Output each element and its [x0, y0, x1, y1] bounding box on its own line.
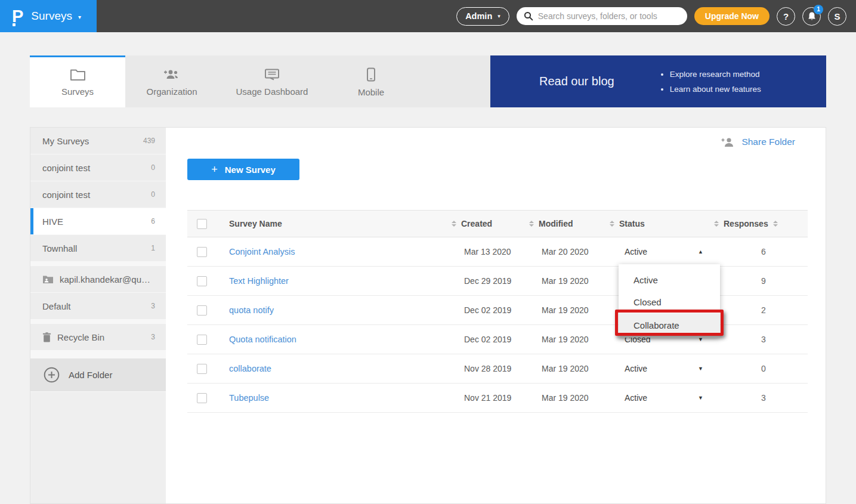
modified-cell: Mar 19 2020 [526, 305, 606, 315]
select-all-checkbox[interactable] [197, 219, 207, 229]
responses-cell: 0 [710, 364, 808, 373]
plus-icon: + [211, 163, 218, 176]
status-dropdown-menu: Active Closed Collaborate [619, 264, 720, 338]
folder-count: 3 [151, 302, 155, 310]
notifications-button[interactable]: 1 [802, 7, 821, 26]
folder-count: 3 [151, 333, 155, 341]
folder-label: Recycle Bin [57, 332, 146, 342]
sidebar-item-conjoint-test-2[interactable]: conjoint test 0 [30, 181, 166, 208]
sort-icon[interactable] [529, 221, 534, 227]
sidebar-filler [30, 392, 166, 503]
tab-label: Organization [146, 86, 197, 97]
new-survey-label: New Survey [225, 165, 276, 175]
row-checkbox[interactable] [197, 276, 207, 286]
column-header-status[interactable]: Status [606, 219, 710, 228]
tab-label: Usage Dashboard [236, 86, 308, 97]
notification-count-badge: 1 [814, 5, 823, 14]
brand-logo-icon: P [12, 8, 23, 25]
table-header-row: Survey Name Created Modified Status Resp… [187, 210, 808, 237]
row-checkbox[interactable] [197, 335, 207, 345]
sort-icon[interactable] [714, 221, 719, 227]
sidebar-item-hive[interactable]: HIVE 6 [30, 208, 166, 234]
modified-cell: Mar 19 2020 [526, 393, 606, 403]
admin-menu-button[interactable]: Admin ▾ [456, 7, 509, 26]
created-cell: Dec 02 2019 [448, 305, 526, 315]
created-cell: Dec 29 2019 [448, 276, 526, 286]
row-checkbox[interactable] [197, 364, 207, 374]
help-button[interactable]: ? [777, 7, 795, 26]
row-checkbox[interactable] [197, 305, 207, 316]
modified-cell: Mar 19 2020 [526, 335, 606, 344]
responses-cell: 6 [710, 247, 808, 256]
search-input[interactable] [538, 11, 680, 21]
sidebar-item-conjoint-test-1[interactable]: conjoint test 0 [30, 154, 166, 181]
folders-sidebar: My Surveys 439 conjoint test 0 conjoint … [30, 128, 166, 503]
folder-count: 0 [151, 163, 155, 172]
shared-folder-icon [42, 275, 54, 284]
user-avatar[interactable]: S [828, 7, 846, 26]
survey-name-link[interactable]: quota notify [229, 305, 274, 315]
banner-title[interactable]: Read our blog [539, 75, 614, 88]
banner-bullet[interactable]: Explore research method [670, 67, 761, 82]
column-header-responses[interactable]: Responses [710, 219, 808, 228]
column-header-created[interactable]: Created [448, 219, 526, 228]
tab-organization[interactable]: Organization [125, 55, 218, 107]
sidebar-item-townhall[interactable]: Townhall 1 [30, 235, 166, 261]
responses-cell: 3 [710, 335, 808, 344]
add-folder-button[interactable]: Add Folder [30, 358, 166, 391]
survey-name-link[interactable]: collaborate [229, 364, 271, 373]
survey-name-link[interactable]: Conjoint Analysis [229, 247, 295, 256]
dropdown-option-collaborate[interactable]: Collaborate [619, 313, 720, 338]
survey-name-link[interactable]: Quota notification [229, 335, 296, 344]
column-header-modified[interactable]: Modified [526, 219, 606, 228]
status-dropdown-toggle[interactable]: Active ▲ [606, 247, 710, 256]
tab-label: Surveys [61, 86, 94, 97]
new-survey-button[interactable]: + New Survey [187, 159, 299, 180]
tab-surveys[interactable]: Surveys [30, 55, 125, 107]
sidebar-item-recycle-bin[interactable]: Recycle Bin 3 [30, 324, 166, 350]
status-dropdown-toggle[interactable]: Active ▼ [606, 364, 710, 373]
tab-strip-filler [416, 55, 490, 107]
sidebar-item-my-surveys[interactable]: My Surveys 439 [30, 128, 166, 154]
sort-icon[interactable] [773, 221, 778, 227]
trash-icon [42, 332, 51, 342]
share-folder-label: Share Folder [741, 137, 795, 147]
global-search[interactable] [517, 7, 687, 25]
search-icon [524, 11, 533, 21]
dropdown-option-closed[interactable]: Closed [619, 291, 720, 313]
chevron-down-icon: ▾ [497, 13, 500, 19]
column-header-survey-name[interactable]: Survey Name [229, 219, 448, 228]
product-switcher[interactable]: P Surveys ▾ [0, 0, 97, 32]
table-row: Tubepulse Nov 21 2019 Mar 19 2020 Active… [187, 384, 808, 413]
table-row: collaborate Nov 28 2019 Mar 19 2020 Acti… [187, 354, 808, 384]
status-dropdown-toggle[interactable]: Active ▼ [606, 393, 710, 403]
banner-bullet-list: Explore research method Learn about new … [670, 67, 761, 97]
surveys-panel: Share Folder + New Survey Survey Name Cr… [166, 128, 826, 503]
row-checkbox[interactable] [197, 247, 207, 257]
sort-icon[interactable] [452, 221, 456, 227]
blog-banner[interactable]: Read our blog Explore research method Le… [490, 55, 826, 107]
people-add-icon [163, 68, 181, 81]
sort-icon[interactable] [610, 221, 614, 227]
survey-name-link[interactable]: Tubepulse [229, 393, 269, 403]
survey-name-link[interactable]: Text Highlighter [229, 276, 289, 286]
tab-mobile[interactable]: Mobile [326, 55, 416, 107]
modified-cell: Mar 19 2020 [526, 364, 606, 373]
folder-count: 6 [151, 217, 155, 225]
folder-label: Townhall [42, 243, 146, 253]
sidebar-item-shared-account[interactable]: kapil.khandekar@que… [30, 266, 166, 292]
row-checkbox[interactable] [197, 393, 207, 403]
folder-label: kapil.khandekar@que… [60, 274, 155, 285]
tab-usage-dashboard[interactable]: Usage Dashboard [218, 55, 326, 107]
sidebar-item-default[interactable]: Default 3 [30, 293, 166, 319]
folder-count: 1 [151, 244, 155, 252]
created-cell: Dec 02 2019 [448, 335, 526, 344]
caret-down-icon: ▼ [698, 395, 703, 401]
upgrade-now-button[interactable]: Upgrade Now [694, 7, 770, 25]
avatar-initial: S [834, 11, 840, 21]
dropdown-option-active[interactable]: Active [619, 269, 720, 291]
banner-bullet[interactable]: Learn about new features [670, 82, 761, 97]
share-folder-button[interactable]: Share Folder [721, 137, 795, 147]
chevron-down-icon: ▾ [78, 13, 81, 20]
folder-label: conjoint test [42, 190, 146, 200]
